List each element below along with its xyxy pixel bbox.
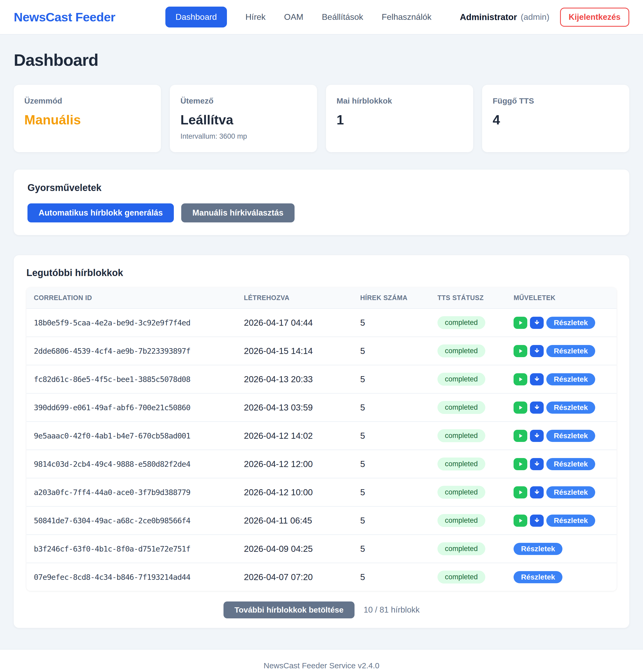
status-cell: completed bbox=[430, 365, 506, 393]
stat-label: Mai hírblokkok bbox=[337, 96, 463, 106]
nav-item-hírek[interactable]: Hírek bbox=[245, 12, 266, 22]
stat-value: 1 bbox=[337, 112, 463, 127]
details-button[interactable]: Részletek bbox=[546, 430, 595, 442]
download-button[interactable] bbox=[530, 317, 544, 329]
correlation-id-cell: 9814c03d-2cb4-49c4-9888-e580d82f2de4 bbox=[26, 450, 236, 478]
play-icon bbox=[517, 376, 524, 383]
download-button[interactable] bbox=[530, 430, 544, 442]
status-cell: completed bbox=[430, 535, 506, 563]
play-button[interactable] bbox=[513, 515, 527, 527]
play-button[interactable] bbox=[513, 458, 527, 470]
correlation-id-cell: 9e5aaac0-42f0-4ab1-b4e7-670cb58ad001 bbox=[26, 421, 236, 450]
table-row: 9814c03d-2cb4-49c4-9888-e580d82f2de42026… bbox=[26, 450, 617, 478]
play-button[interactable] bbox=[513, 373, 527, 386]
app-header: NewsCast Feeder DashboardHírekOAMBeállít… bbox=[0, 0, 643, 35]
created-cell: 2026-04-09 04:25 bbox=[236, 535, 353, 563]
play-icon bbox=[517, 347, 524, 354]
quick-actions-card: Gyorsműveletek Automatikus hírblokk gene… bbox=[14, 170, 629, 235]
created-cell: 2026-04-17 04:44 bbox=[236, 308, 353, 337]
play-icon bbox=[517, 461, 524, 467]
user-role: (admin) bbox=[521, 12, 549, 22]
table-row: 50841de7-6304-49ac-a68c-2ce0b98566f42026… bbox=[26, 506, 617, 535]
details-button[interactable]: Részletek bbox=[546, 317, 595, 329]
details-button[interactable]: Részletek bbox=[546, 373, 595, 386]
stat-label: Ütemező bbox=[180, 96, 306, 106]
load-more-button[interactable]: További hírblokkok betöltése bbox=[223, 601, 355, 619]
actions-cell: Részletek bbox=[506, 506, 617, 535]
auto-generate-button[interactable]: Automatikus hírblokk generálás bbox=[27, 204, 174, 222]
download-button[interactable] bbox=[530, 402, 544, 414]
download-button[interactable] bbox=[530, 373, 544, 386]
stat-card: Mai hírblokkok1 bbox=[326, 85, 473, 152]
news-count-cell: 5 bbox=[353, 337, 430, 365]
details-button[interactable]: Részletek bbox=[546, 515, 595, 527]
correlation-id-cell: b3f246cf-63f0-4b1c-8f0a-d751e72e751f bbox=[26, 535, 236, 563]
play-button[interactable] bbox=[513, 317, 527, 329]
play-button[interactable] bbox=[513, 430, 527, 442]
correlation-id-cell: 390dd699-e061-49af-abf6-700e21c50860 bbox=[26, 393, 236, 421]
news-count-cell: 5 bbox=[353, 478, 430, 506]
play-icon bbox=[517, 517, 524, 524]
status-badge: completed bbox=[437, 429, 485, 442]
news-count-cell: 5 bbox=[353, 308, 430, 337]
details-button[interactable]: Részletek bbox=[546, 345, 595, 357]
user-zone: Administrator (admin) Kijelentkezés bbox=[460, 8, 629, 27]
stat-value: 4 bbox=[493, 112, 619, 127]
details-button[interactable]: Részletek bbox=[546, 402, 595, 414]
play-icon bbox=[517, 319, 524, 326]
manual-select-button[interactable]: Manuális hírkiválasztás bbox=[181, 204, 294, 222]
play-button[interactable] bbox=[513, 486, 527, 499]
table-row: a203a0fc-7ff4-44a0-ace0-3f7b9d3887792026… bbox=[26, 478, 617, 506]
status-cell: completed bbox=[430, 308, 506, 337]
news-count-cell: 5 bbox=[353, 506, 430, 535]
details-button[interactable]: Részletek bbox=[546, 458, 595, 470]
status-cell: completed bbox=[430, 421, 506, 450]
stat-value: Leállítva bbox=[180, 112, 306, 127]
app-logo[interactable]: NewsCast Feeder bbox=[14, 10, 115, 24]
details-button[interactable]: Részletek bbox=[513, 571, 562, 583]
play-button[interactable] bbox=[513, 345, 527, 357]
status-badge: completed bbox=[437, 514, 485, 527]
status-badge: completed bbox=[437, 373, 485, 386]
actions-cell: Részletek bbox=[506, 421, 617, 450]
nav-item-dashboard[interactable]: Dashboard bbox=[165, 7, 227, 27]
news-count-cell: 5 bbox=[353, 563, 430, 591]
download-button[interactable] bbox=[530, 458, 544, 470]
play-icon bbox=[517, 432, 524, 439]
download-button[interactable] bbox=[530, 486, 544, 499]
details-button[interactable]: Részletek bbox=[513, 543, 562, 555]
load-more-row: További hírblokkok betöltése 10 / 81 hír… bbox=[26, 601, 617, 619]
created-cell: 2026-04-13 20:33 bbox=[236, 365, 353, 393]
download-icon bbox=[533, 517, 541, 524]
stat-card: Függő TTS4 bbox=[482, 85, 629, 152]
nav-item-oam[interactable]: OAM bbox=[284, 12, 303, 22]
news-count-cell: 5 bbox=[353, 393, 430, 421]
download-button[interactable] bbox=[530, 515, 544, 527]
logout-button[interactable]: Kijelentkezés bbox=[560, 8, 629, 27]
column-header: CORRELATION ID bbox=[26, 288, 236, 308]
correlation-id-cell: 50841de7-6304-49ac-a68c-2ce0b98566f4 bbox=[26, 506, 236, 535]
table-row: 2dde6806-4539-4cf4-ae9b-7b223393897f2026… bbox=[26, 337, 617, 365]
correlation-id-cell: fc82d61c-86e5-4f5c-bee1-3885c5078d08 bbox=[26, 365, 236, 393]
status-badge: completed bbox=[437, 316, 485, 329]
download-icon bbox=[533, 461, 541, 467]
status-badge: completed bbox=[437, 571, 485, 584]
created-cell: 2026-04-13 03:59 bbox=[236, 393, 353, 421]
table-row: 390dd699-e061-49af-abf6-700e21c508602026… bbox=[26, 393, 617, 421]
download-icon bbox=[533, 319, 541, 326]
app-footer: NewsCast Feeder Service v2.4.0 bbox=[0, 649, 643, 672]
stat-card: ÜtemezőLeállítvaIntervallum: 3600 mp bbox=[170, 85, 317, 152]
details-button[interactable]: Részletek bbox=[546, 486, 595, 499]
status-badge: completed bbox=[437, 486, 485, 499]
created-cell: 2026-04-12 10:00 bbox=[236, 478, 353, 506]
news-count-cell: 5 bbox=[353, 535, 430, 563]
news-count-cell: 5 bbox=[353, 421, 430, 450]
play-button[interactable] bbox=[513, 402, 527, 414]
nav-item-felhasználók[interactable]: Felhasználók bbox=[382, 12, 432, 22]
download-button[interactable] bbox=[530, 345, 544, 357]
actions-cell: Részletek bbox=[506, 450, 617, 478]
status-badge: completed bbox=[437, 401, 485, 414]
nav-item-beállítások[interactable]: Beállítások bbox=[322, 12, 363, 22]
correlation-id-cell: a203a0fc-7ff4-44a0-ace0-3f7b9d388779 bbox=[26, 478, 236, 506]
table-row: fc82d61c-86e5-4f5c-bee1-3885c5078d082026… bbox=[26, 365, 617, 393]
